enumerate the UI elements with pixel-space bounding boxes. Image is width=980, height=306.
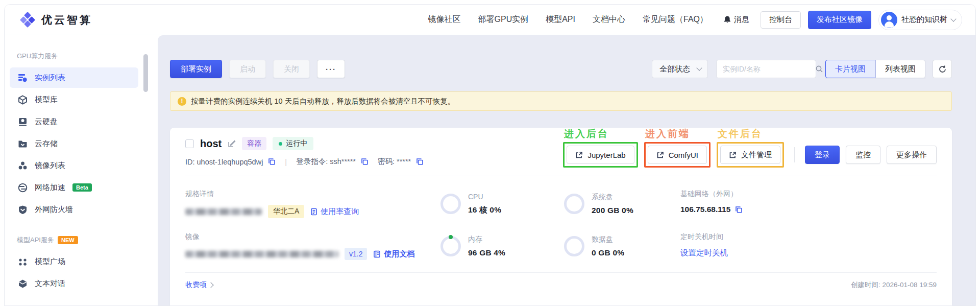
monitor-button[interactable]: 监控 — [846, 146, 880, 164]
sidebar-item-label: 云硬盘 — [35, 117, 58, 127]
firewall-shield-icon — [18, 205, 28, 215]
stop-button[interactable]: 关闭 — [273, 60, 310, 78]
sidebar-item-model-library[interactable]: 模型库 — [10, 89, 138, 110]
password: 密码: ***** — [378, 157, 411, 167]
data-disk-metric: 数据盘 0 GB 0% — [564, 232, 680, 260]
username: 社恐的知识树 — [901, 15, 947, 25]
list-view-tab[interactable]: 列表视图 — [875, 60, 925, 78]
sidebar-item-network-acceleration[interactable]: 网络加速 Beta — [10, 177, 138, 198]
copy-ip-icon[interactable] — [735, 206, 743, 214]
status-filter-value: 全部状态 — [659, 64, 690, 74]
fees-link[interactable]: 收费项 — [185, 280, 213, 290]
instance-card: host 容器 运行中 — [170, 128, 952, 306]
nav-deploy-gpu[interactable]: 部署GPU实例 — [478, 14, 529, 25]
created-time: 创建时间: 2026-01-08 19:59 — [851, 280, 937, 290]
copy-id-icon[interactable] — [268, 158, 276, 166]
sidebar-item-cloud-storage[interactable]: 云存储 — [10, 133, 138, 154]
usage-query-link[interactable]: 使用率查询 — [310, 207, 359, 217]
jupyterlab-highlight-frame: JupyterLab — [563, 142, 638, 168]
external-link-icon — [729, 151, 737, 159]
instance-checkbox[interactable] — [185, 139, 194, 148]
login-button[interactable]: 登录 — [805, 146, 840, 164]
bell-icon — [723, 15, 731, 24]
nav-faq[interactable]: 常见问题（FAQ） — [643, 14, 708, 25]
copy-login-icon[interactable] — [361, 158, 369, 166]
sidebar-item-cloud-disk[interactable]: 云硬盘 — [10, 111, 138, 132]
sidebar-scrollbar-thumb[interactable] — [143, 54, 148, 92]
file-manager-button[interactable]: 文件管理 — [720, 146, 780, 164]
set-shutdown-link[interactable]: 设置定时关机 — [680, 248, 728, 258]
edit-name-icon[interactable] — [228, 139, 236, 148]
memory-usage-tick — [449, 235, 453, 239]
cloud-storage-icon — [18, 139, 28, 149]
shutdown-label: 定时关机时间 — [680, 232, 937, 242]
file-manager-group: 文件后台 文件管理 — [717, 142, 784, 168]
public-ip: 106.75.68.115 — [680, 205, 730, 214]
data-disk-ring — [564, 236, 584, 256]
user-menu[interactable]: 社恐的知识树 — [878, 10, 962, 30]
console-button[interactable]: 控制台 — [761, 11, 801, 29]
divider — [794, 147, 795, 162]
status-filter-select[interactable]: 全部状态 — [652, 60, 708, 78]
warning-icon: ! — [178, 97, 186, 106]
sidebar-item-instance-list[interactable]: 实例列表 — [10, 67, 138, 88]
network-cell: 基础网络（外网） 106.75.68.115 — [680, 190, 937, 218]
external-link-icon — [656, 151, 664, 159]
sidebar-item-label: 文本对话 — [35, 279, 65, 289]
nav-image-community[interactable]: 镜像社区 — [428, 14, 461, 25]
messages-label: 消息 — [734, 15, 749, 25]
login-command: 登录指令: ssh***** — [296, 157, 356, 167]
avatar — [881, 12, 897, 28]
deploy-instance-button[interactable]: 部署实例 — [170, 60, 222, 78]
status-badge: 运行中 — [273, 137, 313, 150]
warning-text: 按量计费的实例连续关机 10 天后自动释放，释放后数据将会被清空且不可恢复。 — [191, 97, 455, 106]
nav-docs[interactable]: 文档中心 — [593, 14, 625, 25]
version-badge: v1.2 — [345, 248, 367, 260]
search-icon — [815, 65, 823, 73]
card-view-tab[interactable]: 卡片视图 — [825, 60, 875, 78]
instance-toolbar: 部署实例 启动 关闭 ··· 全部状态 — [170, 60, 952, 78]
start-button[interactable]: 启动 — [229, 60, 266, 78]
sidebar-item-label: 网络加速 — [35, 183, 65, 193]
image-list-icon — [18, 161, 28, 171]
jupyterlab-button[interactable]: JupyterLab — [567, 146, 634, 164]
top-nav: 镜像社区 部署GPU实例 模型API 文档中心 常见问题（FAQ） — [428, 14, 708, 25]
memory-metric: 内存 96 GB 4% — [440, 232, 564, 260]
memory-usage-ring — [440, 236, 461, 256]
top-header: 优云智算 镜像社区 部署GPU实例 模型API 文档中心 常见问题（FAQ） 消… — [5, 5, 975, 35]
spec-label: 规格详情 — [185, 190, 440, 199]
status-dot — [279, 142, 282, 146]
sidebar-item-text-chat[interactable]: 文本对话 — [10, 273, 138, 294]
sidebar-item-model-plaza[interactable]: 模型广场 — [10, 251, 138, 272]
image-cell: 镜像 v1.2 使用文档 — [185, 232, 440, 260]
blurred-image-text — [185, 251, 338, 257]
nav-model-api[interactable]: 模型API — [546, 14, 575, 25]
external-link-icon — [575, 151, 583, 159]
sidebar-item-firewall[interactable]: 外网防火墙 — [10, 199, 138, 220]
blurred-spec-text — [185, 208, 262, 215]
cloud-disk-icon — [18, 117, 28, 127]
chevron-down-icon — [950, 16, 956, 21]
sidebar-item-image-list[interactable]: 镜像列表 — [10, 155, 138, 176]
publish-image-button[interactable]: 发布社区镜像 — [808, 11, 871, 29]
usage-doc-link[interactable]: 使用文档 — [373, 249, 414, 259]
copy-password-icon[interactable] — [416, 158, 424, 166]
refresh-button[interactable] — [933, 60, 952, 78]
beta-badge: Beta — [72, 183, 92, 192]
messages-button[interactable]: 消息 — [723, 15, 749, 25]
instance-details: 规格详情 华北二A 使用率查询 — [185, 190, 937, 260]
more-operations-button[interactable]: 更多操作 — [887, 146, 937, 164]
more-actions-ellipsis-button[interactable]: ··· — [317, 60, 345, 78]
sidebar-item-label: 实例列表 — [35, 73, 65, 83]
system-disk-ring — [564, 194, 584, 214]
card-footer: 收费项 创建时间: 2026-01-08 19:59 — [185, 272, 937, 300]
annotation-file-backend: 文件后台 — [718, 127, 763, 141]
comfyui-button[interactable]: ComfyUI — [648, 146, 707, 164]
comfyui-group: 进入前端 ComfyUI — [644, 142, 710, 168]
brand-logo-icon — [20, 12, 35, 28]
image-label: 镜像 — [185, 232, 440, 242]
search-input[interactable] — [723, 65, 815, 73]
instance-search — [716, 60, 816, 78]
model-plaza-icon — [18, 257, 28, 267]
annotation-enter-frontend: 进入前端 — [645, 127, 690, 141]
